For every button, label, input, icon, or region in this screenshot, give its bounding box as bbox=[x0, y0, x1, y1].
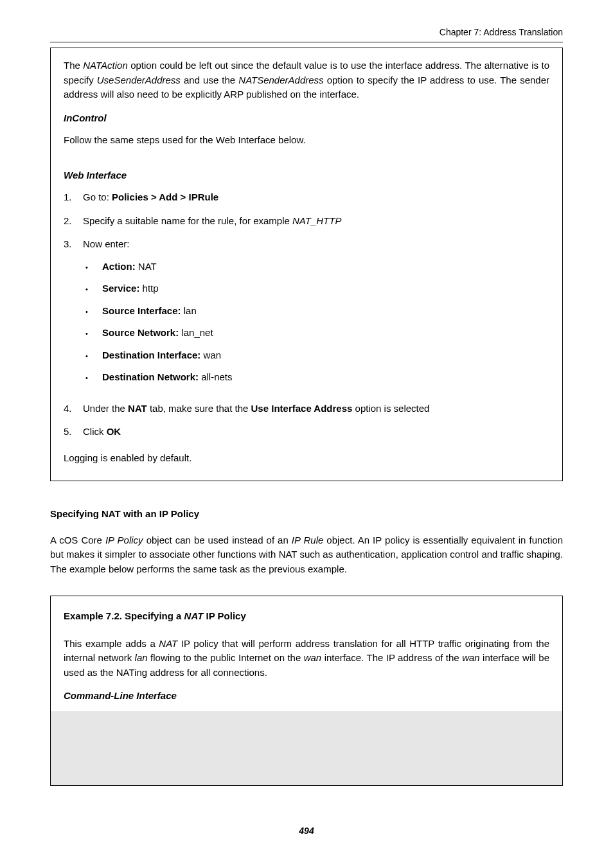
incontrol-text: Follow the same steps used for the Web I… bbox=[64, 133, 549, 148]
bullet-destination-network: •Destination Network: all-nets bbox=[83, 370, 549, 385]
cli-heading: Command-Line Interface bbox=[64, 689, 549, 704]
bullet-destination-interface: •Destination Interface: wan bbox=[83, 348, 549, 363]
page-number: 494 bbox=[50, 824, 563, 838]
section-paragraph: A cOS Core IP Policy object can be used … bbox=[50, 533, 563, 577]
example-title: Example 7.2. Specifying a NAT IP Policy bbox=[64, 609, 549, 624]
bullet-action: •Action: NAT bbox=[83, 260, 549, 274]
step-2: 2. Specify a suitable name for the rule,… bbox=[64, 214, 549, 229]
step-4: 4. Under the NAT tab, make sure that the… bbox=[64, 402, 549, 416]
intro-paragraph: The NATAction option could be left out s… bbox=[64, 58, 549, 102]
bullet-source-interface: •Source Interface: lan bbox=[83, 304, 549, 319]
step-1: 1. Go to: Policies > Add > IPRule bbox=[64, 190, 549, 205]
example-box-continued: The NATAction option could be left out s… bbox=[50, 48, 563, 481]
section-heading: Specifying NAT with an IP Policy bbox=[50, 507, 563, 522]
field-bullets: •Action: NAT •Service: http •Source Inte… bbox=[83, 260, 549, 385]
example-7-2-box: Example 7.2. Specifying a NAT IP Policy … bbox=[50, 596, 563, 786]
chapter-title: Chapter 7: Address Translation bbox=[440, 27, 563, 37]
incontrol-heading: InControl bbox=[64, 111, 549, 126]
web-interface-heading: Web Interface bbox=[64, 168, 549, 183]
code-block bbox=[51, 711, 562, 785]
logging-note: Logging is enabled by default. bbox=[64, 451, 549, 466]
step-3: 3. Now enter: •Action: NAT •Service: htt… bbox=[64, 237, 549, 393]
example-description: This example adds a NAT IP policy that w… bbox=[64, 637, 549, 680]
step-5: 5. Click OK bbox=[64, 425, 549, 439]
steps-list: 1. Go to: Policies > Add > IPRule 2. Spe… bbox=[64, 190, 549, 439]
page-header: Chapter 7: Address Translation bbox=[50, 26, 563, 42]
bullet-source-network: •Source Network: lan_net bbox=[83, 326, 549, 341]
bullet-service: •Service: http bbox=[83, 281, 549, 296]
